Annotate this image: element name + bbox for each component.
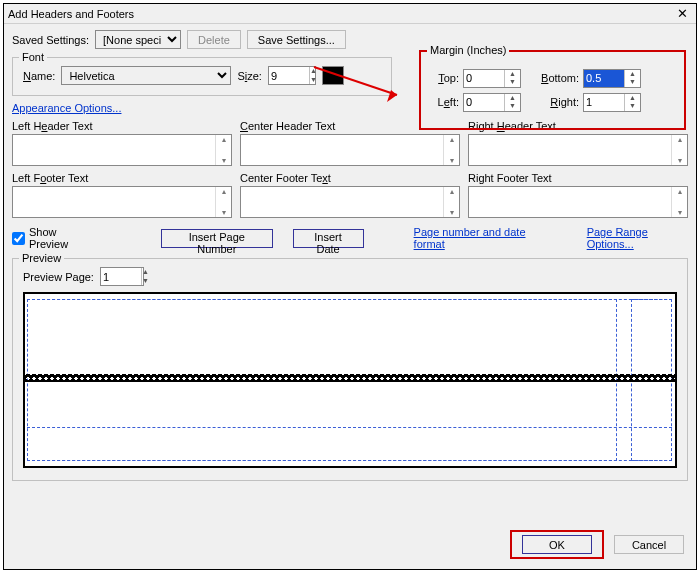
annotation-arrow-icon [309, 62, 409, 102]
margin-top-spinner[interactable]: ▲▼ [463, 69, 521, 88]
right-footer-input[interactable]: ▴▾ [468, 186, 688, 218]
saved-settings-row: Saved Settings: [None specified] Delete … [12, 30, 688, 49]
show-preview-input[interactable] [12, 232, 25, 245]
dialog-body: Saved Settings: [None specified] Delete … [4, 24, 696, 569]
margin-bottom-label: Bottom: [535, 72, 579, 84]
cancel-button[interactable]: Cancel [614, 535, 684, 554]
ok-button[interactable]: OK [522, 535, 592, 554]
margin-fieldset: Margin (Inches) Top: ▲▼ Bottom: ▲▼ Left:… [419, 50, 686, 130]
preview-canvas [23, 292, 677, 468]
margin-bottom-spinner[interactable]: ▲▼ [583, 69, 641, 88]
saved-settings-select[interactable]: [None specified] [95, 30, 181, 49]
save-settings-button[interactable]: Save Settings... [247, 30, 346, 49]
mid-row: Show Preview Insert Page Number Insert D… [12, 226, 688, 250]
margin-left-spinner[interactable]: ▲▼ [463, 93, 521, 112]
margin-left-label: Left: [429, 96, 459, 108]
left-footer-input[interactable]: ▴▾ [12, 186, 232, 218]
wavy-divider-icon [25, 374, 675, 382]
page-range-options-link[interactable]: Page Range Options... [587, 226, 688, 250]
ok-highlight: OK [510, 530, 604, 559]
insert-page-number-button[interactable]: Insert Page Number [161, 229, 273, 248]
font-name-label: Name: [23, 70, 55, 82]
svg-line-0 [314, 67, 397, 95]
font-legend: Font [19, 51, 47, 63]
left-header-label: Left Header Text [12, 120, 93, 132]
window-title: Add Headers and Footers [8, 8, 673, 20]
show-preview-checkbox[interactable]: Show Preview [12, 226, 91, 250]
margin-legend: Margin (Inches) [427, 44, 509, 56]
center-header-input[interactable]: ▴▾ [240, 134, 460, 166]
titlebar: Add Headers and Footers ✕ [4, 4, 696, 24]
center-footer-input[interactable]: ▴▾ [240, 186, 460, 218]
footer-buttons: OK Cancel [510, 530, 684, 559]
left-footer-label: Left Footer Text [12, 172, 88, 184]
preview-fieldset: Preview Preview Page: ▲▼ [12, 258, 688, 481]
margin-top-label: Top: [429, 72, 459, 84]
insert-date-button[interactable]: Insert Date [293, 229, 364, 248]
left-header-input[interactable]: ▴▾ [12, 134, 232, 166]
preview-legend: Preview [19, 252, 64, 264]
font-size-input[interactable] [269, 67, 309, 84]
preview-page-label: Preview Page: [23, 271, 94, 283]
right-header-input[interactable]: ▴▾ [468, 134, 688, 166]
font-size-label: Size: [237, 70, 261, 82]
page-number-date-format-link[interactable]: Page number and date format [414, 226, 547, 250]
center-header-label: Center Header Text [240, 120, 335, 132]
close-icon[interactable]: ✕ [673, 6, 692, 21]
dialog: Add Headers and Footers ✕ Saved Settings… [3, 3, 697, 570]
saved-settings-label: Saved Settings: [12, 34, 89, 46]
delete-button: Delete [187, 30, 241, 49]
center-footer-label: Center Footer Text [240, 172, 331, 184]
footer-text-row: Left Footer Text ▴▾ Center Footer Text ▴… [12, 172, 688, 218]
font-name-select[interactable]: Helvetica [61, 66, 231, 85]
appearance-options-link[interactable]: Appearance Options... [12, 102, 121, 114]
margin-right-label: Right: [535, 96, 579, 108]
right-footer-label: Right Footer Text [468, 172, 552, 184]
margin-right-spinner[interactable]: ▲▼ [583, 93, 641, 112]
preview-page-spinner[interactable]: ▲▼ [100, 267, 144, 286]
